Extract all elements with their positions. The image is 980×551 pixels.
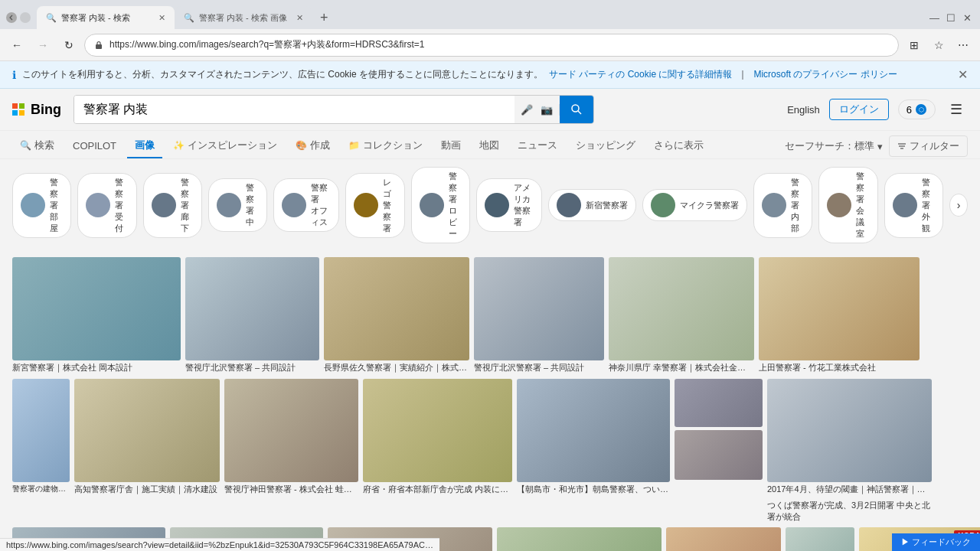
- cat-shinjuku-label: 新宿警察署: [586, 200, 628, 211]
- category-pill-interior[interactable]: 警察署 内部: [753, 173, 812, 238]
- cat-corridor-label: 警察署 廊下: [181, 177, 194, 234]
- cat-usa-label: アメリカ 警察署: [514, 182, 534, 228]
- image-item-20[interactable]: 清潔な警察署FG Police Station FG…: [786, 527, 854, 551]
- tab-create[interactable]: 🎨 作成: [288, 134, 338, 158]
- category-pill-usa[interactable]: アメリカ 警察署: [476, 178, 542, 232]
- image-item-18[interactable]: 特急警察署｜NTTファシリティーズ：…: [497, 527, 662, 551]
- image-item-19[interactable]: 1920x1270 筋強警察署 プロジェクト 石井設計: [666, 527, 781, 551]
- search-tab-icon: 🔍: [20, 140, 31, 151]
- tab-shopping[interactable]: ショッピング: [568, 134, 643, 158]
- url-text: https://www.bing.com/images/search?q=警察署…: [109, 38, 889, 51]
- image-10-thumb: [363, 379, 512, 482]
- category-pill-exterior[interactable]: 警察署 外観: [884, 173, 943, 238]
- tab-map[interactable]: 地図: [472, 134, 507, 158]
- image-1-caption: 新宮警察署｜株式会社 岡本設計: [12, 360, 181, 374]
- image-12-thumb: [675, 379, 763, 427]
- cat-lego-label: レゴ 警察署: [383, 177, 396, 234]
- filter-button[interactable]: フィルター: [889, 135, 968, 157]
- shopping-tab-label: ショッピング: [576, 139, 635, 152]
- video-tab-label: 動画: [441, 139, 461, 152]
- tab-images[interactable]: 画像: [127, 134, 162, 158]
- favorites-button[interactable]: ☆: [928, 34, 949, 56]
- bing-logo[interactable]: Bing: [12, 102, 61, 118]
- cat-exterior-label: 警察署 外観: [922, 177, 935, 234]
- category-pill-corridor[interactable]: 警察署 廊下: [143, 173, 202, 238]
- image-item-12[interactable]: [675, 379, 763, 427]
- address-bar[interactable]: https://www.bing.com/images/search?q=警察署…: [84, 34, 899, 57]
- notification-close-button[interactable]: ✕: [958, 67, 968, 82]
- back-button[interactable]: ←: [6, 34, 28, 56]
- tab1-close[interactable]: ✕: [158, 13, 165, 23]
- cat-exterior-thumb: [893, 193, 917, 217]
- extensions-button[interactable]: ⊞: [903, 34, 925, 56]
- image-item-10[interactable]: 府省・府省本部新庁舎が完成 内装にキ内部スキ多用 上京／京都｜毎日新聞: [363, 379, 512, 497]
- image-3-caption: 長野県佐久警察署｜実績紹介｜株式会社 宮本忠長建築設計計画事務所: [324, 360, 469, 374]
- mic-icon[interactable]: 🎤: [521, 104, 533, 116]
- image-item-6[interactable]: 上田警察署 - 竹花工業株式会社: [759, 257, 920, 374]
- image-item-5[interactable]: 神奈川県庁 幸警察署｜株式会社金子設計は横浜市磯子区の一級建築士事務所: [609, 257, 754, 374]
- image-item-9[interactable]: 警視庁神田警察署 - 株式会社 蛙設計室: [224, 379, 358, 497]
- image-item-7[interactable]: 警察署の建物のインテリア。内部の警官｜プレミ…: [12, 379, 70, 497]
- image-6-caption: 上田警察署 - 竹花工業株式会社: [759, 360, 920, 374]
- category-pill-lego[interactable]: レゴ 警察署: [345, 173, 404, 238]
- cookie-details-link[interactable]: サード パーティの Cookie に関する詳細情報: [549, 68, 732, 81]
- browser-tab-2[interactable]: 🔍 警察署 内装 - 検索 画像 ✕: [175, 6, 312, 29]
- image-item-2[interactable]: 警視庁北沢警察署 – 共同設計: [185, 257, 319, 374]
- image-item-14[interactable]: 2017年4月、待望の閾畫｜神話警察署｜いばナビ: [767, 379, 932, 497]
- create-tab-label: 作成: [310, 139, 330, 152]
- map-tab-label: 地図: [479, 139, 499, 152]
- tab-collection[interactable]: 📁 コレクション: [341, 134, 430, 158]
- category-pill-inside[interactable]: 警察署 中: [208, 178, 267, 232]
- category-pill-meeting[interactable]: 警察署 会議室: [818, 167, 877, 243]
- browser-settings-button[interactable]: ⋯: [952, 34, 974, 56]
- close-window-button[interactable]: ✕: [963, 12, 974, 23]
- points-badge[interactable]: 6 ⬡: [898, 99, 936, 119]
- browser-nav-forward[interactable]: [20, 12, 31, 23]
- browser-nav-back[interactable]: [6, 12, 17, 23]
- category-pill-reception[interactable]: 警察署 受付: [77, 173, 136, 238]
- forward-button[interactable]: →: [32, 34, 54, 56]
- tab-video[interactable]: 動画: [433, 134, 469, 158]
- camera-icon[interactable]: 📷: [541, 104, 553, 116]
- search-input[interactable]: [74, 96, 514, 123]
- login-button[interactable]: ログイン: [829, 99, 889, 120]
- category-pill-shinjuku[interactable]: 新宿警察署: [548, 189, 636, 221]
- tab-copilot[interactable]: COPILOT: [65, 135, 124, 158]
- cat-office-thumb: [282, 193, 306, 217]
- image-19-thumb: [666, 527, 781, 551]
- image-item-11[interactable]: 【朝島市・和光市】朝島警察署、ついに新庁舎での業務開始！｜号外NET 朝島市・和…: [517, 379, 670, 497]
- ms-logo-sq1: [12, 103, 18, 109]
- tab-inspiration[interactable]: ✨ インスピレーション: [165, 134, 285, 158]
- image-item-4[interactable]: 警視庁北沢警察署 – 共同設計: [474, 257, 604, 374]
- category-pill-room[interactable]: 警察署 部屋: [12, 173, 71, 238]
- maximize-button[interactable]: ☐: [946, 12, 957, 23]
- image-item-3[interactable]: 長野県佐久警察署｜実績紹介｜株式会社 宮本忠長建築設計計画事務所: [324, 257, 469, 374]
- category-pill-minecraft[interactable]: マイクラ警察署: [642, 189, 747, 221]
- safesearch-chevron-icon: ▾: [877, 141, 883, 152]
- browser-tab-1[interactable]: 🔍 警察署 内装 - 検索 ✕: [37, 6, 175, 29]
- category-pill-office[interactable]: 警察署 オフィス: [273, 178, 339, 232]
- category-next-button[interactable]: ›: [949, 194, 968, 217]
- image-4-thumb: [474, 257, 604, 360]
- search-button[interactable]: [560, 96, 593, 123]
- tab-more[interactable]: さらに表示: [646, 134, 711, 158]
- new-tab-button[interactable]: +: [315, 10, 333, 26]
- info-icon: ℹ: [12, 69, 16, 81]
- points-count: 6: [906, 104, 912, 116]
- image-item-8[interactable]: 高知警察署庁舎｜施工実績｜清水建設: [74, 379, 220, 497]
- safesearch-button[interactable]: セーフサーチ：標準 ▾: [785, 139, 883, 153]
- privacy-policy-link[interactable]: Microsoft のプライバシー ポリシー: [753, 68, 897, 81]
- tab2-close[interactable]: ✕: [296, 13, 303, 23]
- secure-icon: [94, 41, 103, 50]
- image-item-1[interactable]: 新宮警察署｜株式会社 岡本設計: [12, 257, 181, 374]
- language-button[interactable]: English: [787, 104, 820, 116]
- refresh-button[interactable]: ↻: [58, 34, 80, 56]
- tab-news[interactable]: ニュース: [510, 134, 565, 158]
- minimize-button[interactable]: —: [929, 12, 940, 23]
- hamburger-menu-button[interactable]: ☰: [945, 98, 968, 121]
- category-pill-lobby[interactable]: 警察署 ロビー: [411, 167, 470, 243]
- header-right: English ログイン 6 ⬡ ☰: [787, 98, 968, 121]
- image-item-13[interactable]: [675, 430, 763, 480]
- feedback-button[interactable]: ▶ フィードバック: [892, 533, 980, 551]
- tab-search[interactable]: 🔍 検索: [12, 134, 62, 158]
